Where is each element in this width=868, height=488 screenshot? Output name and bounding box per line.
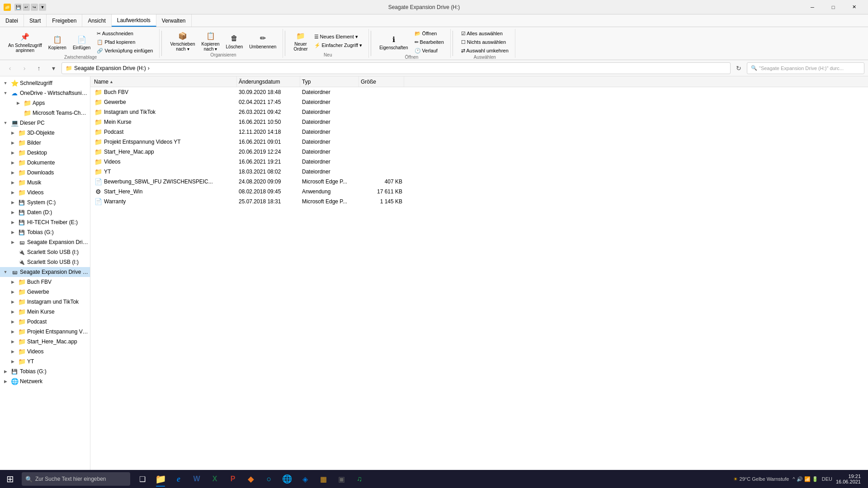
easy-access-btn[interactable]: ⚡ Einfacher Zugriff ▾ [311, 42, 365, 49]
copy-to-btn[interactable]: 📋 Kopierennach ▾ [199, 30, 222, 52]
sidebar-item-system-c[interactable]: ▶ 💾 System (C:) [0, 197, 90, 207]
sidebar-item-podcast[interactable]: ▶ 📁 Podcast [0, 317, 90, 327]
expand-system-c[interactable]: ▶ [9, 199, 16, 206]
sidebar-item-start-mac[interactable]: ▶ 📁 Start_Here_Mac.app [0, 337, 90, 347]
expand-downloads[interactable]: ▶ [9, 169, 16, 176]
sidebar-item-tobias-g[interactable]: ▶ 💾 Tobias (G:) [0, 227, 90, 237]
col-header-type[interactable]: Typ [300, 76, 359, 87]
tab-freigeben[interactable]: Freigeben [47, 14, 82, 27]
expand-videos-pc[interactable]: ▶ [9, 189, 16, 196]
quick-save-btn[interactable]: 💾 [14, 4, 22, 11]
refresh-button[interactable]: ↻ [732, 62, 745, 75]
copy-btn[interactable]: 📋 Kopieren [46, 33, 69, 51]
sidebar-item-scarlett1[interactable]: ▶ 🔌 Scarlett Solo USB (I:) [0, 247, 90, 257]
sidebar-item-projekt[interactable]: ▶ 📁 Projekt Entspannung Video... [0, 327, 90, 337]
expand-desktop[interactable]: ▶ [9, 149, 16, 156]
sidebar-item-hitech[interactable]: ▶ 💾 HI-TECH Treiber (E:) [0, 217, 90, 227]
new-item-btn[interactable]: ☰ Neues Element ▾ [311, 33, 365, 41]
expand-instagram[interactable]: ▶ [9, 298, 16, 305]
table-row[interactable]: 📁 Buch FBV 30.09.2020 18:48 Dateiordner [90, 87, 868, 97]
expand-tobias-g[interactable]: ▶ [9, 229, 16, 236]
sidebar-item-msteams[interactable]: ▶ 📁 Microsoft Teams-Chatdatei... [0, 108, 90, 118]
edit-btn[interactable]: ✏ Bearbeiten [412, 38, 447, 46]
sidebar-item-musik[interactable]: ▶ 📁 Musik [0, 178, 90, 188]
taskbar-edge[interactable]: e [170, 470, 187, 488]
expand-tobias-g2[interactable]: ▶ [2, 368, 9, 375]
table-row[interactable]: ⚙ Start_Here_Win 08.02.2018 09:45 Anwend… [90, 187, 868, 197]
select-all-btn[interactable]: ☑ Alles auswählen [458, 30, 511, 38]
up-button[interactable]: ↑ [33, 62, 45, 75]
open-btn[interactable]: 📂 Öffnen [412, 30, 447, 38]
taskbar-powerpoint[interactable]: P [224, 470, 241, 488]
expand-musik[interactable]: ▶ [9, 179, 16, 186]
expand-yt[interactable]: ▶ [9, 358, 16, 365]
expand-seagate-exp[interactable]: ▼ [2, 268, 9, 276]
sidebar-item-3d[interactable]: ▶ 📁 3D-Objekte [0, 128, 90, 138]
tab-datei[interactable]: Datei [0, 14, 24, 27]
expand-schnellzugriff[interactable]: ▼ [2, 80, 9, 87]
tab-laufwerktools[interactable]: Laufwerktools [112, 14, 156, 27]
back-button[interactable]: ‹ [4, 62, 16, 75]
sidebar-item-daten-d[interactable]: ▶ 💾 Daten (D:) [0, 207, 90, 217]
maximize-button[interactable]: □ [823, 0, 844, 14]
table-row[interactable]: 📁 Instagram und TikTok 26.03.2021 09:42 … [90, 107, 868, 117]
sidebar-item-instagram[interactable]: ▶ 📁 Instagram und TikTok [0, 297, 90, 307]
table-row[interactable]: 📁 YT 18.03.2021 08:02 Dateiordner [90, 167, 868, 177]
taskbar-task-view[interactable]: ❑ [134, 470, 151, 488]
customize-btn[interactable]: ▼ [39, 4, 46, 11]
expand-dieser-pc[interactable]: ▼ [2, 119, 9, 127]
history-btn[interactable]: 🕐 Verlauf [412, 47, 447, 55]
sidebar-item-seagate-h-pc[interactable]: ▶ 🖴 Seagate Expansion Drive (H:) [0, 237, 90, 247]
expand-onedrive[interactable]: ▼ [2, 89, 9, 97]
sidebar-item-downloads[interactable]: ▶ 📁 Downloads [0, 168, 90, 178]
expand-3d[interactable]: ▶ [9, 129, 16, 136]
col-header-size[interactable]: Größe [359, 76, 404, 87]
cut-btn[interactable]: ✂ Ausschneiden [94, 30, 156, 38]
table-row[interactable]: 📁 Projekt Entspannung Videos YT 16.06.20… [90, 137, 868, 147]
sidebar-item-scarlett2[interactable]: ▶ 🔌 Scarlett Solo USB (I:) [0, 257, 90, 267]
sidebar-item-netzwerk[interactable]: ▶ 🌐 Netzwerk [0, 376, 90, 386]
expand-netzwerk[interactable]: ▶ [2, 378, 9, 385]
sidebar-item-bilder[interactable]: ▶ 📁 Bilder [0, 138, 90, 148]
rename-btn[interactable]: ✏ Umbenennen [246, 33, 279, 50]
expand-daten-d[interactable]: ▶ [9, 209, 16, 216]
move-btn[interactable]: 📦 Verschiebennach ▾ [167, 30, 198, 52]
taskbar-app9[interactable]: ▦ [315, 470, 332, 488]
expand-bilder[interactable]: ▶ [9, 139, 16, 146]
minimize-button[interactable]: ─ [802, 0, 823, 14]
tab-verwalten[interactable]: Verwalten [156, 14, 192, 27]
start-button[interactable]: ⊞ [0, 470, 20, 488]
forward-button[interactable]: › [18, 62, 31, 75]
copy-path-btn[interactable]: 📋 Pfad kopieren [94, 38, 156, 46]
sidebar-item-apps[interactable]: ▶ 📁 Apps [0, 98, 90, 108]
table-row[interactable]: 📁 Gewerbe 02.04.2021 17:45 Dateiordner [90, 97, 868, 107]
taskbar-edge2[interactable]: ◈ [297, 470, 314, 488]
recent-btn[interactable]: ▾ [47, 62, 60, 75]
col-header-name[interactable]: Name ▲ [92, 76, 237, 87]
tab-start[interactable]: Start [24, 14, 47, 27]
expand-gewerbe[interactable]: ▶ [9, 288, 16, 296]
expand-dokumente[interactable]: ▶ [9, 159, 16, 166]
table-row[interactable]: 📁 Mein Kurse 16.06.2021 10:50 Dateiordne… [90, 117, 868, 127]
select-none-btn[interactable]: ☐ Nichts auswählen [458, 38, 511, 46]
tab-ansicht[interactable]: Ansicht [82, 14, 111, 27]
expand-start-mac[interactable]: ▶ [9, 338, 16, 345]
invert-selection-btn[interactable]: ⇄ Auswahl umkehren [458, 47, 511, 55]
new-folder-btn[interactable]: 📁 NeuerOrdner [291, 30, 310, 52]
paste-shortcut-btn[interactable]: 🔗 Verknüpfung einfügen [94, 47, 156, 55]
table-row[interactable]: 📁 Start_Here_Mac.app 20.06.2019 12:24 Da… [90, 147, 868, 157]
sidebar-item-gewerbe[interactable]: ▶ 📁 Gewerbe [0, 287, 90, 297]
table-row[interactable]: 📄 Bewerbung_SBWL_IFU ZWISCHENSPEIC... 24… [90, 177, 868, 187]
expand-seagate-h-pc[interactable]: ▶ [9, 239, 16, 246]
close-button[interactable]: ✕ [844, 0, 864, 14]
table-row[interactable]: 📁 Videos 16.06.2021 19:21 Dateiordner [90, 157, 868, 167]
sidebar-item-dokumente[interactable]: ▶ 📁 Dokumente [0, 158, 90, 168]
sidebar-item-videos-pc[interactable]: ▶ 📁 Videos [0, 188, 90, 197]
expand-projekt[interactable]: ▶ [9, 328, 16, 335]
expand-videos-h[interactable]: ▶ [9, 348, 16, 355]
sidebar-item-dieser-pc[interactable]: ▼ 💻 Dieser PC [0, 118, 90, 128]
taskbar-excel[interactable]: X [206, 470, 223, 488]
expand-podcast[interactable]: ▶ [9, 318, 16, 325]
sidebar-item-tobias-g2[interactable]: ▶ 💾 Tobias (G:) [0, 366, 90, 376]
taskbar-app6[interactable]: ◆ [242, 470, 259, 488]
